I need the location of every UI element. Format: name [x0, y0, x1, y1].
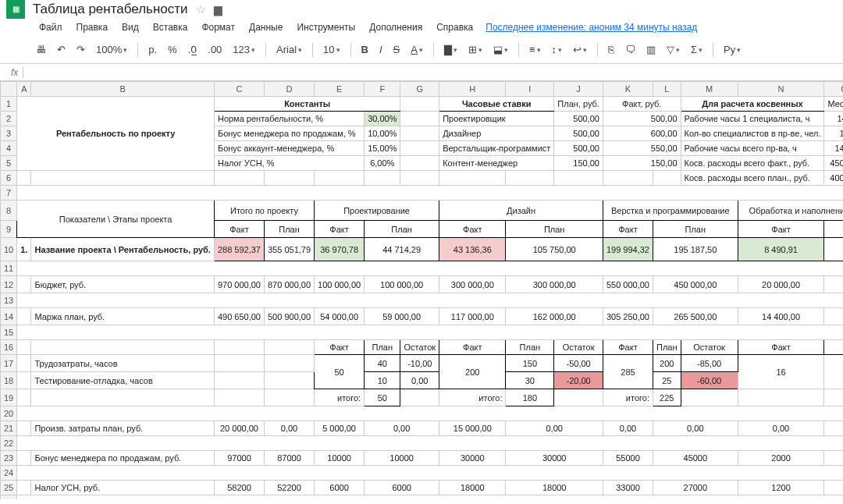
cell[interactable]: [214, 340, 264, 355]
link-icon[interactable]: ⎘: [605, 41, 617, 58]
cell[interactable]: [17, 261, 843, 276]
cell[interactable]: 105 750,00: [506, 238, 603, 261]
cell[interactable]: [31, 171, 215, 186]
cell[interactable]: 25: [653, 372, 681, 389]
cell[interactable]: 288 592,37: [214, 238, 264, 261]
cell[interactable]: 0,00: [738, 421, 824, 436]
cell[interactable]: [653, 171, 681, 186]
decimal-inc[interactable]: .00: [205, 41, 225, 58]
cell[interactable]: [554, 171, 603, 186]
cell[interactable]: [17, 389, 31, 406]
fill-color-icon[interactable]: ▇: [441, 41, 461, 58]
cell[interactable]: [315, 171, 365, 186]
cell[interactable]: План: [824, 221, 843, 238]
cell[interactable]: 30: [506, 372, 554, 389]
cell[interactable]: Название проекта \ Рентабельность, руб.: [31, 238, 215, 261]
cell[interactable]: Факт: [738, 340, 824, 355]
cell[interactable]: План: [653, 340, 681, 355]
cell[interactable]: 450000: [824, 156, 843, 171]
row-header[interactable]: 4: [1, 141, 17, 156]
col-header[interactable]: H: [439, 82, 506, 97]
row-header[interactable]: 2: [1, 112, 17, 126]
cell[interactable]: 180: [506, 389, 554, 406]
row-header[interactable]: 9: [1, 221, 17, 238]
cell[interactable]: Контент-менеджер: [439, 156, 554, 171]
cell[interactable]: 14 400,00: [824, 308, 843, 325]
cell[interactable]: 6000: [315, 481, 365, 495]
cell[interactable]: 59 000,00: [365, 308, 439, 325]
cell[interactable]: Факт: [439, 340, 506, 355]
strike-icon[interactable]: S: [390, 41, 404, 58]
cell[interactable]: 600,00: [603, 126, 681, 141]
cell[interactable]: 450 000,00: [653, 276, 738, 293]
row-header[interactable]: 15: [1, 325, 17, 340]
row-header[interactable]: 11: [1, 261, 17, 276]
cell[interactable]: -50,00: [554, 355, 603, 372]
row-header[interactable]: 16: [1, 340, 17, 355]
cell[interactable]: Косв. расходы всего факт., руб.: [681, 156, 824, 171]
cell[interactable]: [17, 171, 31, 186]
cell[interactable]: Налог УСН, руб.: [31, 481, 215, 495]
cell[interactable]: Косв. расходы всего план., руб.: [681, 171, 824, 186]
functions-icon[interactable]: Σ: [688, 41, 706, 58]
col-header[interactable]: A: [17, 82, 31, 97]
cell[interactable]: 500,00: [554, 126, 603, 141]
cell[interactable]: [31, 340, 215, 355]
cell[interactable]: 43 136,36: [439, 238, 506, 261]
cell[interactable]: План: [365, 221, 439, 238]
cell[interactable]: Бонус менеджера по продажам, %: [214, 126, 364, 141]
cell[interactable]: 55000: [603, 451, 653, 466]
cell[interactable]: Проектировщик: [439, 112, 554, 126]
cell[interactable]: 8 490,91: [738, 238, 824, 261]
cell[interactable]: [400, 156, 439, 171]
cell[interactable]: Факт: [439, 221, 506, 238]
cell[interactable]: План, руб.: [554, 97, 603, 112]
cell[interactable]: 44 714,29: [365, 238, 439, 261]
cell[interactable]: 195 187,50: [653, 238, 738, 261]
cell[interactable]: 20 000,00: [824, 276, 843, 293]
cell[interactable]: 15 000,00: [439, 421, 506, 436]
currency-format[interactable]: p.: [145, 41, 160, 58]
cell[interactable]: 0,00: [365, 421, 439, 436]
cell[interactable]: [17, 495, 843, 500]
percent-format[interactable]: %: [165, 41, 180, 58]
cell[interactable]: 6000: [365, 481, 439, 495]
row-header[interactable]: 23: [1, 451, 17, 466]
cell[interactable]: 200: [653, 355, 681, 372]
cell[interactable]: 117 000,00: [439, 308, 506, 325]
zoom-select[interactable]: 100%: [93, 41, 130, 58]
cell[interactable]: Верстальщик-программист: [439, 141, 554, 156]
row-header[interactable]: 12: [1, 276, 17, 293]
cell[interactable]: 40: [365, 355, 400, 372]
cell[interactable]: 10: [824, 126, 843, 141]
cell[interactable]: итого:: [315, 389, 365, 406]
cell[interactable]: Обработка и наполнение контентом: [738, 201, 843, 221]
cell[interactable]: Месяц 1: [824, 97, 843, 112]
star-icon[interactable]: ☆: [196, 3, 206, 16]
row-header[interactable]: 25: [1, 481, 17, 495]
folder-icon[interactable]: ▆: [214, 3, 222, 16]
cell[interactable]: 10,00%: [365, 126, 400, 141]
cell[interactable]: Остаток: [554, 340, 603, 355]
cell[interactable]: 162 000,00: [506, 308, 603, 325]
menu-help[interactable]: Справка: [430, 20, 479, 34]
cell[interactable]: [554, 389, 603, 406]
cell[interactable]: [265, 372, 315, 389]
cell[interactable]: 45000: [653, 451, 738, 466]
cell[interactable]: Маржа план, руб.: [31, 308, 215, 325]
cell[interactable]: 200: [439, 355, 506, 389]
cell[interactable]: Тестирование-отладка, часов: [31, 372, 215, 389]
col-header[interactable]: M: [681, 82, 738, 97]
row-header[interactable]: 21: [1, 421, 17, 436]
row-header[interactable]: 14: [1, 308, 17, 325]
cell[interactable]: Факт: [738, 221, 824, 238]
row-header[interactable]: 3: [1, 126, 17, 141]
menu-file[interactable]: Файл: [33, 20, 69, 34]
cell[interactable]: 30,00%: [365, 112, 400, 126]
col-header[interactable]: L: [653, 82, 681, 97]
comment-icon[interactable]: 🗨: [622, 41, 638, 58]
row-header[interactable]: 19: [1, 389, 17, 406]
cell[interactable]: 9 400,00: [824, 238, 843, 261]
cell[interactable]: 199 994,32: [603, 238, 653, 261]
cell[interactable]: План: [506, 340, 554, 355]
